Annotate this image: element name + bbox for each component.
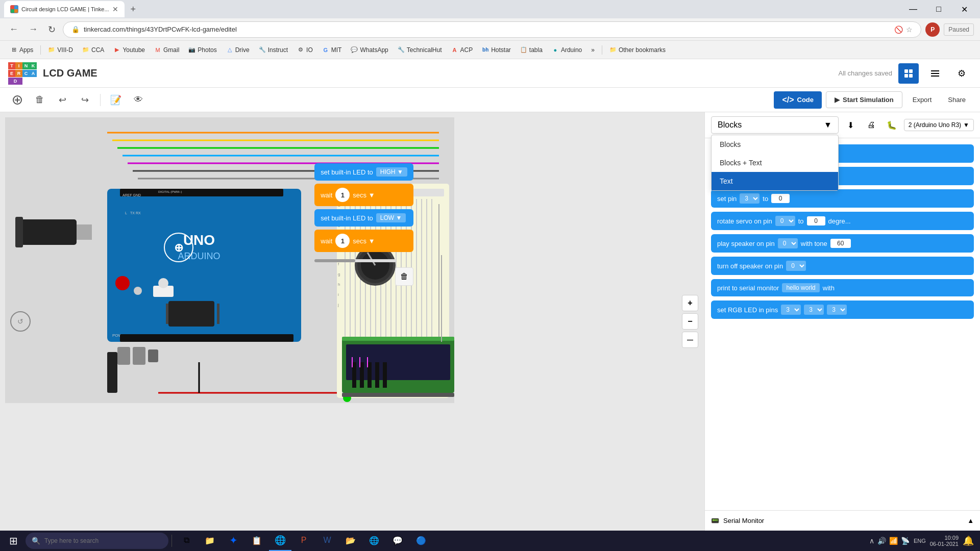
menu-item-blocks-text[interactable]: Blocks + Text	[712, 154, 838, 172]
start-button[interactable]: ⊞	[2, 531, 24, 551]
bookmark-viiid[interactable]: 📁 VIII-D	[44, 44, 77, 56]
block-rotate-servo-label: rotate servo on pin	[717, 217, 772, 225]
fb3-select[interactable]: LOW ▼	[376, 213, 406, 222]
bookmark-tabla[interactable]: 📋 tabla	[516, 44, 547, 56]
close-button[interactable]: ✕	[952, 1, 976, 17]
bookmark-photos[interactable]: 📷 Photos	[184, 44, 220, 56]
block-tone-input[interactable]	[830, 239, 851, 248]
export-button[interactable]: Export	[906, 92, 938, 108]
taskbar-search-input[interactable]	[44, 537, 162, 544]
start-simulation-button[interactable]: ▶ Start Simulation	[826, 91, 902, 108]
zoom-fit-button[interactable]: ―	[682, 332, 698, 348]
rotate-hint[interactable]: ↺	[10, 311, 31, 332]
block-rgb-b-select[interactable]: 3	[827, 305, 847, 315]
taskbar-whatsapp-button[interactable]: 💬	[386, 531, 409, 551]
bookmark-gmail[interactable]: M Gmail	[150, 44, 183, 56]
taskbar-network-icon[interactable]: 🔊	[877, 537, 886, 545]
address-bar[interactable]: 🔒 🚫 ☆	[63, 21, 921, 38]
bookmark-youtube-label: Youtube	[122, 46, 145, 54]
new-tab-button[interactable]: +	[127, 2, 140, 17]
minimize-button[interactable]: —	[901, 1, 925, 17]
taskbar-wifi-icon[interactable]: 📡	[901, 537, 910, 545]
taskbar-taskview-button[interactable]: ⧉	[175, 531, 198, 551]
taskbar-volume-icon[interactable]: 📶	[889, 537, 898, 545]
bookmark-io[interactable]: ⚙ IO	[293, 44, 317, 56]
blocks-view-button[interactable]	[898, 63, 919, 84]
trash-icon[interactable]: 🗑	[395, 267, 413, 286]
bookmark-acp[interactable]: A ACP	[447, 44, 477, 56]
block-serial-text-val[interactable]: hello world	[782, 283, 819, 292]
bug-icon[interactable]: 🐛	[884, 117, 900, 133]
bookmark-technicalhut[interactable]: 🔧 TechnicalHut	[394, 44, 446, 56]
zoom-out-button[interactable]: −	[682, 313, 698, 330]
block-off-speaker-pin-select[interactable]: 0	[786, 261, 806, 271]
tab-close-icon[interactable]: ✕	[112, 5, 118, 13]
block-serial-with-label: with	[823, 284, 835, 292]
menu-item-text[interactable]: Text	[712, 172, 838, 190]
scroll-thumb[interactable]	[314, 259, 355, 262]
bookmark-hotstar[interactable]: bh Hotstar	[478, 44, 515, 56]
list-view-button[interactable]	[925, 63, 945, 84]
settings-button[interactable]: ⚙	[951, 63, 972, 84]
svg-rect-10	[931, 76, 939, 77]
canvas-area[interactable]: UNO ARDUINO ⊕ AREF GND DIGITAL (PWM~) L …	[0, 112, 704, 531]
taskbar-chevron-icon[interactable]: ∧	[869, 537, 874, 545]
bookmark-whatsapp[interactable]: 💬 WhatsApp	[347, 44, 392, 56]
taskbar-search[interactable]: 🔍	[26, 533, 168, 549]
bookmark-mit[interactable]: G MIT	[318, 44, 346, 56]
zoom-in-button[interactable]: +	[682, 295, 698, 311]
profile-badge[interactable]: P	[925, 22, 940, 37]
block-servo-pin-select[interactable]: 0	[775, 216, 795, 226]
taskbar-notification-button[interactable]: 🔔	[963, 535, 974, 546]
url-input[interactable]	[84, 26, 890, 33]
block-servo-deg-input[interactable]	[807, 216, 825, 226]
maximize-button[interactable]: □	[927, 1, 950, 17]
block-pin2-val-input[interactable]	[771, 194, 790, 203]
block-rgb-r-select[interactable]: 3	[781, 305, 801, 315]
undo-button[interactable]: ↩	[53, 91, 71, 109]
print-icon[interactable]: 🖨	[863, 117, 879, 133]
bookmark-youtube[interactable]: ▶ Youtube	[109, 44, 149, 56]
block-rgb-g-select[interactable]: 3	[804, 305, 824, 315]
active-tab[interactable]: Circuit design LCD GAME | Tinke... ✕	[4, 1, 125, 17]
taskbar-explorer-button[interactable]: 📁	[199, 531, 221, 551]
notes-button[interactable]: 📝	[107, 91, 125, 109]
simulate-button-label: Start Simulation	[843, 96, 894, 104]
taskbar-dropbox-button[interactable]: ✦	[222, 531, 244, 551]
serial-monitor-expand-icon[interactable]: ▲	[967, 517, 974, 524]
block-pin2-num-select[interactable]: 301	[740, 193, 760, 204]
taskbar-files-button[interactable]: 📂	[339, 531, 362, 551]
bookmark-other[interactable]: 📁 Other bookmarks	[605, 44, 670, 56]
eye-button[interactable]: 👁	[129, 91, 148, 109]
redo-button[interactable]: ↪	[76, 91, 94, 109]
bookmark-instruct[interactable]: 🔧 Instruct	[255, 44, 292, 56]
bookmark-drive[interactable]: △ Drive	[222, 44, 254, 56]
bookmark-icon[interactable]: ☆	[906, 26, 913, 34]
device-selector[interactable]: 2 (Arduino Uno R3) ▼	[904, 119, 974, 131]
refresh-button[interactable]: ↻	[45, 22, 59, 37]
download-icon[interactable]: ⬇	[843, 117, 859, 133]
forward-button[interactable]: →	[26, 22, 41, 37]
menu-item-blocks[interactable]: Blocks	[712, 135, 838, 154]
share-button[interactable]: Share	[942, 92, 972, 108]
delete-tool-button[interactable]: 🗑	[31, 91, 49, 109]
code-button[interactable]: </> Code	[774, 91, 822, 109]
blocks-dropdown-button[interactable]: Blocks ▼	[711, 116, 839, 134]
taskbar-word-button[interactable]: W	[316, 531, 338, 551]
taskbar-powerpoint-button[interactable]: P	[292, 531, 315, 551]
bookmark-cca[interactable]: 📁 CCA	[78, 44, 108, 56]
fb4-input[interactable]: 1	[335, 234, 350, 248]
taskbar-chrome2-button[interactable]: 🔵	[410, 531, 432, 551]
taskbar-cortana-button[interactable]: 📋	[246, 531, 268, 551]
component-tool-button[interactable]	[8, 91, 27, 109]
taskbar-chrome-button[interactable]: 🌐	[363, 531, 385, 551]
serial-monitor-bar[interactable]: 📟 Serial Monitor ▲	[705, 510, 980, 531]
bookmark-arduino[interactable]: ● Arduino	[548, 44, 586, 56]
fb1-select[interactable]: HIGH ▼	[376, 167, 407, 177]
taskbar-edge-button[interactable]: 🌐	[269, 531, 291, 551]
block-speaker-pin-select[interactable]: 0	[778, 238, 798, 248]
bookmark-more[interactable]: »	[587, 44, 599, 56]
bookmark-apps[interactable]: ⊞ Apps	[6, 44, 37, 56]
fb2-input[interactable]: 1	[335, 188, 350, 202]
back-button[interactable]: ←	[6, 22, 21, 37]
